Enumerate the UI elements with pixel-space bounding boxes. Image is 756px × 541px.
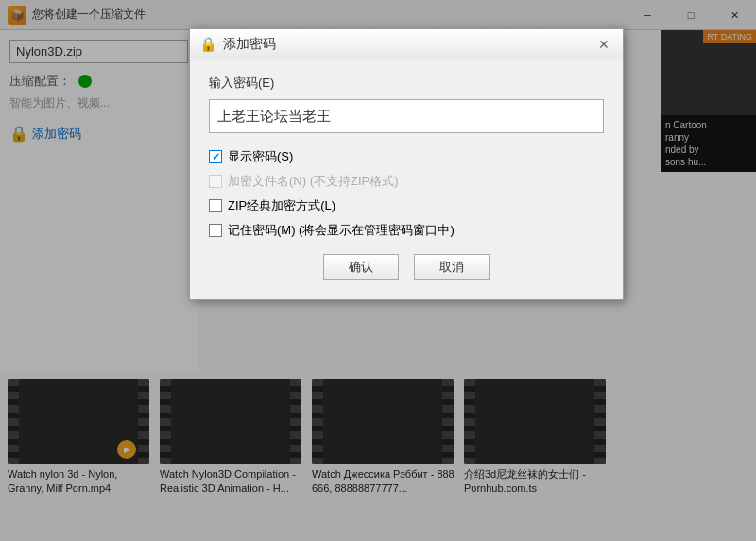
remember-password-checkbox[interactable]	[209, 224, 222, 237]
encrypt-filename-label: 加密文件名(N) (不支持ZIP格式)	[228, 173, 399, 190]
show-password-checkbox[interactable]: ✓	[209, 150, 222, 163]
remember-password-label: 记住密码(M) (将会显示在管理密码窗口中)	[228, 222, 455, 239]
pw-titlebar: 🔒 添加密码 ✕	[190, 29, 623, 59]
show-password-row[interactable]: ✓ 显示密码(S)	[209, 148, 604, 165]
encrypt-filename-row: 加密文件名(N) (不支持ZIP格式)	[209, 173, 604, 190]
pw-buttons: 确认 取消	[209, 254, 604, 284]
pw-input-field[interactable]	[209, 99, 604, 133]
pw-input-label: 输入密码(E)	[209, 75, 604, 92]
zip-classic-label: ZIP经典加密方式(L)	[228, 197, 335, 214]
zip-classic-checkbox[interactable]	[209, 199, 222, 212]
remember-password-row[interactable]: 记住密码(M) (将会显示在管理密码窗口中)	[209, 222, 604, 239]
zip-classic-row[interactable]: ZIP经典加密方式(L)	[209, 197, 604, 214]
encrypt-filename-checkbox	[209, 175, 222, 188]
pw-title-text: 添加密码	[223, 36, 594, 53]
confirm-button[interactable]: 确认	[323, 254, 399, 280]
check-mark: ✓	[212, 151, 220, 163]
pw-body: 输入密码(E) ✓ 显示密码(S) 加密文件名(N) (不支持ZIP格式) ZI…	[190, 59, 623, 299]
password-dialog: 🔒 添加密码 ✕ 输入密码(E) ✓ 显示密码(S) 加密文件名(N) (不支持…	[189, 28, 624, 300]
pw-title-icon: 🔒	[199, 36, 217, 53]
show-password-label: 显示密码(S)	[228, 148, 293, 165]
cancel-button[interactable]: 取消	[414, 254, 490, 280]
pw-close-button[interactable]: ✕	[594, 35, 613, 54]
